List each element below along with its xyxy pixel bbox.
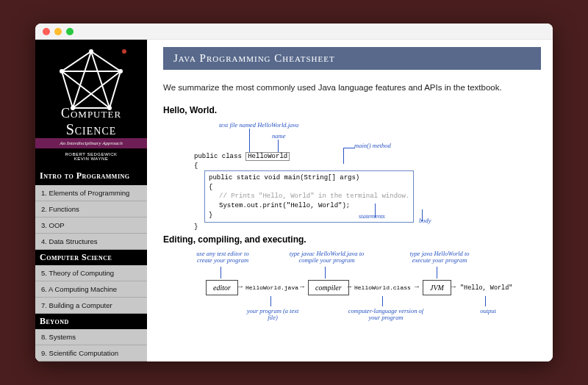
section-hello-world-title: Hello, World. xyxy=(163,105,537,115)
maximize-icon[interactable] xyxy=(66,28,74,35)
stage-compiler: compiler xyxy=(308,280,349,295)
annot-output-bottom: output xyxy=(473,308,503,314)
annot-name: name xyxy=(272,132,285,140)
svg-point-1 xyxy=(118,69,123,73)
window-titlebar xyxy=(35,24,553,40)
sidebar-item-machine[interactable]: 6. A Computing Machine xyxy=(35,281,147,298)
output-text: "Hello, World" xyxy=(460,284,512,292)
annot-main-method: main() method xyxy=(354,142,391,149)
book-subtitle: An Interdisciplinary Approach xyxy=(35,138,147,148)
arrow-icon: → xyxy=(451,283,456,291)
connector-line xyxy=(270,296,271,306)
sidebar-heading-intro: Intro to Programming xyxy=(35,167,147,185)
connector-line xyxy=(220,267,221,278)
figure-hello-world: text file named HelloWorld.java name mai… xyxy=(163,121,537,224)
connector-line xyxy=(249,129,250,153)
code-line-4: { xyxy=(209,183,409,192)
code-line-2: { xyxy=(194,162,414,171)
annot-jvm-top: type java HelloWorld to execute your pro… xyxy=(403,251,476,265)
connector-line xyxy=(278,140,279,153)
annot-editor-top: use any text editor to create your progr… xyxy=(190,251,256,265)
stage-jvm: JVM xyxy=(423,280,451,295)
svg-point-5 xyxy=(122,49,126,54)
annot-body: body xyxy=(419,217,431,224)
annot-textfile: text file named HelloWorld.java xyxy=(219,121,298,129)
arrow-text-class: HelloWorld.class xyxy=(354,284,411,291)
book-title-line2: Science xyxy=(61,121,121,138)
sidebar-item-oop[interactable]: 3. OOP xyxy=(35,217,147,234)
book-author-2: KEVIN WAYNE xyxy=(65,156,117,161)
arrow-icon: → xyxy=(347,283,351,291)
stage-editor: editor xyxy=(206,280,238,295)
svg-point-0 xyxy=(89,49,93,54)
code-line-3: public static void main(String[] args) xyxy=(209,173,409,183)
page-title: Java Programming Cheatsheet xyxy=(163,47,541,70)
sidebar-item-building[interactable]: 7. Building a Computer xyxy=(35,298,147,314)
code-line-8: } xyxy=(194,223,414,232)
connector-line xyxy=(382,296,383,306)
arrow-icon: → xyxy=(238,283,243,291)
sidebar-item-theory[interactable]: 5. Theory of Computing xyxy=(35,265,147,281)
section-editing-title: Editing, compiling, and executing. xyxy=(163,234,537,245)
connector-line xyxy=(343,148,355,148)
minimize-icon[interactable] xyxy=(54,28,62,35)
annot-compiler-top: type javac HelloWorld.java to compile yo… xyxy=(284,251,369,265)
svg-point-2 xyxy=(107,106,112,110)
annot-editor-bottom: your program (a text file) xyxy=(244,308,301,322)
sidebar: Computer Science An Interdisciplinary Ap… xyxy=(35,40,147,361)
arrow-text-java: HelloWorld.java xyxy=(245,284,298,291)
figure-editing-compiling: use any text editor to create your progr… xyxy=(163,251,537,328)
code-line-1-pre: public class xyxy=(194,153,245,160)
connector-line xyxy=(325,267,326,278)
close-icon[interactable] xyxy=(43,28,50,35)
page-body: Computer Science An Interdisciplinary Ap… xyxy=(35,40,553,361)
annot-compiler-bottom: computer-language version of your progra… xyxy=(345,308,426,322)
sidebar-item-elements[interactable]: 1. Elements of Programming xyxy=(35,185,147,201)
arrow-icon: → xyxy=(300,283,304,291)
arrow-icon: → xyxy=(415,283,419,291)
connector-line xyxy=(437,267,437,278)
page-intro: We summarize the most commonly used Java… xyxy=(163,83,537,92)
code-comment: // Prints "Hello, World" in the terminal… xyxy=(209,192,409,201)
browser-window: Computer Science An Interdisciplinary Ap… xyxy=(35,24,553,361)
main-content[interactable]: Java Programming Cheatsheet We summarize… xyxy=(147,40,553,361)
code-block: public class HelloWorld { public static … xyxy=(194,152,414,232)
book-authors: ROBERT SEDGEWICK KEVIN WAYNE xyxy=(65,148,117,167)
sidebar-item-scientific[interactable]: 9. Scientific Computation xyxy=(35,345,147,361)
code-classname: HelloWorld xyxy=(245,152,290,161)
book-cover[interactable]: Computer Science An Interdisciplinary Ap… xyxy=(35,40,147,167)
sidebar-heading-beyond: Beyond xyxy=(35,314,147,329)
connector-line xyxy=(485,296,486,306)
sidebar-heading-cs: Computer Science xyxy=(35,250,147,265)
book-cover-art-icon xyxy=(35,46,147,119)
sidebar-item-data-structures[interactable]: 4. Data Structures xyxy=(35,234,147,250)
annot-statements: statements xyxy=(359,212,385,220)
sidebar-item-systems[interactable]: 8. Systems xyxy=(35,329,147,345)
svg-point-3 xyxy=(71,106,75,110)
sidebar-item-functions[interactable]: 2. Functions xyxy=(35,201,147,217)
code-line-6: System.out.print("Hello, World"); xyxy=(209,201,409,211)
svg-point-4 xyxy=(60,69,64,73)
